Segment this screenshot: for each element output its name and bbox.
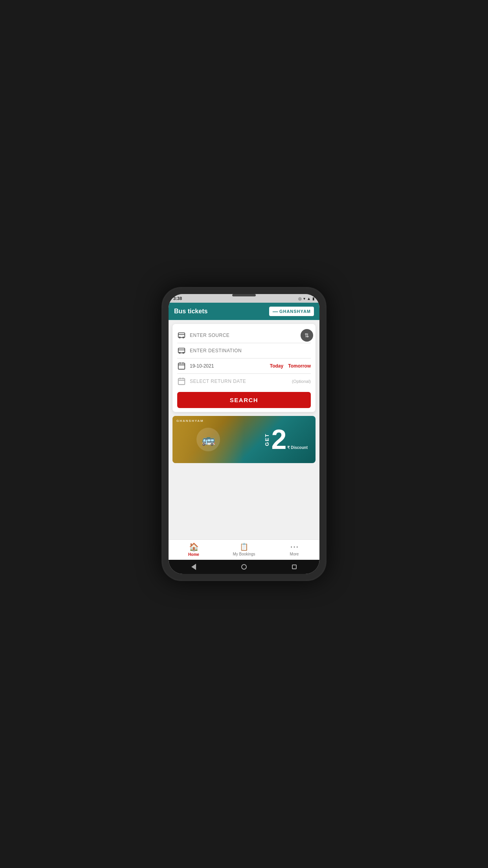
banner-number: 2 <box>272 426 287 453</box>
more-label: More <box>290 552 299 556</box>
tomorrow-button[interactable]: Tomorrow <box>288 363 311 369</box>
app-title: Bus tickets <box>174 308 207 315</box>
optional-label: (Optional) <box>292 379 311 384</box>
banner-get-text: GET <box>264 433 270 446</box>
banner-area: 🚌 GHANSHYAM GET 2 ₹ Discount <box>172 416 316 463</box>
signal-icon: ▲ <box>307 296 311 301</box>
home-label: Home <box>188 552 199 557</box>
calendar-icon <box>177 362 186 370</box>
status-time: 3:38 <box>173 296 182 301</box>
android-nav-bar <box>169 560 319 574</box>
bookings-icon: 📋 <box>240 542 248 551</box>
brand-logo-icon: ⸻ <box>272 308 278 314</box>
nav-item-home[interactable]: 🏠 Home <box>169 542 219 557</box>
app-header: Bus tickets ⸻ GHANSHYAM <box>169 303 319 320</box>
status-icons: ◎ ▾ ▲ ▮ <box>298 296 315 301</box>
home-icon: 🏠 <box>189 542 199 552</box>
battery-icon: ▮ <box>312 296 315 301</box>
date-value[interactable]: 19-10-2021 <box>190 363 266 369</box>
return-date-placeholder[interactable]: SELECT RETURN DATE <box>190 379 292 384</box>
bookings-label: My Bookings <box>233 552 255 556</box>
phone-screen: 3:38 ◎ ▾ ▲ ▮ Bus tickets ⸻ GHANSHYAM <box>169 294 319 574</box>
search-card: ⇅ 19-10-2021 <box>172 324 316 412</box>
back-button[interactable] <box>190 563 198 571</box>
bottom-nav: 🏠 Home 📋 My Bookings ⋯ More <box>169 539 319 560</box>
home-circle-icon <box>241 564 247 570</box>
status-bar: 3:38 ◎ ▾ ▲ ▮ <box>169 294 319 303</box>
home-button[interactable] <box>240 563 248 571</box>
nav-item-more[interactable]: ⋯ More <box>269 542 319 556</box>
banner-art-circle: 🚌 <box>196 428 220 451</box>
brand-logo-text: GHANSHYAM <box>279 309 311 314</box>
swap-button[interactable]: ⇅ <box>301 329 313 342</box>
svg-rect-6 <box>178 363 185 370</box>
bus-source-icon <box>177 331 186 340</box>
sim-icon: ◎ <box>298 296 302 301</box>
destination-input[interactable] <box>190 348 311 353</box>
source-input[interactable] <box>190 333 311 338</box>
back-icon <box>191 564 196 570</box>
source-row: ⇅ <box>177 328 311 343</box>
recents-square-icon <box>292 565 297 569</box>
return-row: SELECT RETURN DATE (Optional) <box>177 374 311 389</box>
phone-frame: 3:38 ◎ ▾ ▲ ▮ Bus tickets ⸻ GHANSHYAM <box>161 287 327 581</box>
wifi-icon: ▾ <box>303 296 305 301</box>
swap-icon: ⇅ <box>305 332 309 338</box>
recents-button[interactable] <box>290 563 298 571</box>
brand-logo: ⸻ GHANSHYAM <box>269 307 314 316</box>
search-button[interactable]: SEARCH <box>177 392 311 408</box>
destination-row <box>177 343 311 359</box>
bus-destination-icon <box>177 346 186 355</box>
more-icon: ⋯ <box>290 542 299 551</box>
svg-rect-7 <box>178 379 185 385</box>
date-row: 19-10-2021 Today Tomorrow <box>177 359 311 374</box>
content-area <box>169 463 319 539</box>
nav-item-bookings[interactable]: 📋 My Bookings <box>219 542 269 556</box>
banner-art: 🚌 GHANSHYAM <box>172 416 244 463</box>
banner-discount: GET 2 ₹ Discount <box>264 426 308 453</box>
calendar-return-icon <box>177 377 186 386</box>
today-button[interactable]: Today <box>270 363 283 369</box>
banner-brand-text: GHANSHYAM <box>176 419 204 423</box>
banner-unit: ₹ Discount <box>287 445 308 450</box>
